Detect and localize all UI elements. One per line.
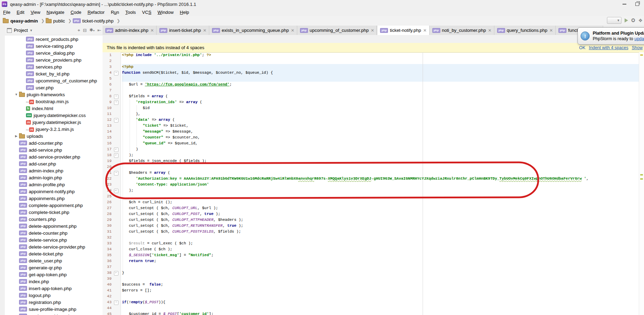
tree-item[interactable]: phpcomplete-appoinment.php (5, 202, 103, 209)
code-line[interactable]: curl_setopt ( $ch, CURLOPT_URL, $url ); (129, 205, 218, 211)
code-line[interactable]: $customer_id = $_POST['customer_id']; (129, 311, 213, 315)
menu-item-view[interactable]: View (27, 9, 43, 16)
collapse-all-icon[interactable]: ⊟ (83, 28, 87, 33)
line-number[interactable]: 41 (103, 288, 112, 294)
update-notification[interactable]: ! Platform and Plugin Upda PhpStorm is r… (577, 27, 644, 45)
code-line[interactable]: curl_setopt ( $ch, CURLOPT_POSTFIELDS, $… (129, 229, 241, 235)
menu-item-file[interactable]: File (0, 9, 14, 16)
editor-tab[interactable]: phpadmin-index.php✕ (103, 26, 157, 35)
tree-item[interactable]: cssjquery.datetimepicker.css (5, 112, 103, 119)
code-line[interactable]: ); (129, 152, 133, 158)
tree-item[interactable]: phpdelete-counter.php (5, 230, 103, 236)
tree-item[interactable]: phpservice-rating.php (5, 43, 103, 50)
close-tab-icon[interactable]: ✕ (291, 28, 294, 33)
menu-item-vcs[interactable]: VCS (139, 9, 155, 16)
settings-gear-icon[interactable]: ✱▾ (89, 28, 95, 33)
line-number[interactable]: 45 (103, 311, 112, 315)
line-number[interactable]: 38 (103, 270, 112, 276)
tree-item[interactable]: phpadmin-index.php (5, 167, 103, 174)
tree-item[interactable]: phpservice-providers.php (5, 313, 103, 315)
fold-end-icon[interactable]: ⌐ (114, 147, 118, 152)
code-line[interactable]: curl_setopt ( $ch, CURLOPT_POST, true ); (129, 211, 220, 217)
line-number[interactable]: 16 (103, 141, 112, 146)
tree-item[interactable]: phpservice_providers.php (5, 56, 103, 63)
menu-item-edit[interactable]: Edit (14, 9, 27, 16)
line-number[interactable]: 30 (103, 223, 112, 229)
line-number[interactable]: 11 (103, 111, 112, 117)
tree-item[interactable]: phpadd-service-provider.php (5, 153, 103, 160)
run-icon[interactable] (625, 18, 628, 22)
line-number[interactable]: 17 (103, 146, 112, 152)
fold-end-icon[interactable]: ⌐ (114, 153, 118, 158)
tree-item[interactable]: phpdelete-appoinment.php (5, 223, 103, 230)
line-number[interactable]: 7 (103, 88, 112, 93)
tree-item[interactable]: hindex.html (5, 105, 103, 112)
chevron-collapsed-icon[interactable]: ▶ (15, 134, 18, 138)
editor-tab[interactable]: phpquery_functions.php✕ (494, 26, 556, 35)
line-number[interactable]: 8 (103, 93, 112, 99)
menu-item-window[interactable]: Window (155, 9, 177, 16)
tree-item[interactable]: phpdelete-service-provider.php (5, 243, 103, 250)
menu-item-navigate[interactable]: Navigate (43, 9, 67, 16)
line-number[interactable]: 13 (103, 123, 112, 129)
hide-panel-icon[interactable]: ⇤ (97, 28, 101, 33)
code-line[interactable]: $url = 'https://fcm.googleapis.com/fcm/s… (129, 82, 232, 88)
menu-item-tools[interactable]: Tools (122, 9, 139, 16)
tree-item[interactable]: 010JSbootstrap.min.js (5, 98, 103, 105)
code-line[interactable]: $fields = array ( (129, 93, 168, 99)
banner-action[interactable]: Indent with 4 spaces (589, 45, 628, 50)
fold-start-icon[interactable]: − (114, 71, 118, 75)
menu-item-help[interactable]: Help (177, 9, 192, 16)
chevron-expanded-icon[interactable]: ▼ (15, 93, 18, 96)
line-number[interactable]: 2 (103, 58, 112, 64)
fold-start-icon[interactable]: − (114, 300, 118, 305)
line-number[interactable]: 44 (103, 305, 112, 311)
tree-item[interactable]: phpinsert-app-token.php (5, 285, 103, 292)
menu-item-refactor[interactable]: Refactor (85, 9, 108, 16)
fold-start-icon[interactable]: − (114, 100, 118, 105)
banner-action[interactable]: Show (632, 45, 643, 50)
minimize-button[interactable] (623, 4, 626, 4)
tree-item[interactable]: ▶uploads (5, 133, 103, 140)
breadcrumb-item[interactable]: qeasy-admin (3, 18, 38, 24)
line-number[interactable]: 32 (103, 235, 112, 241)
banner-action[interactable]: OK (579, 45, 585, 50)
line-number[interactable]: 29 (103, 217, 112, 223)
tree-item[interactable]: phpcounters.php (5, 216, 103, 223)
code-line[interactable]: 'registration_ids' => array ( (136, 99, 202, 105)
line-number[interactable]: 10 (103, 105, 112, 111)
line-number[interactable]: 33 (103, 241, 112, 246)
code-line[interactable]: if(!empty($_POST)){ (122, 299, 165, 305)
tree-item[interactable]: phpservices.php (5, 63, 103, 70)
tree-item[interactable]: phpadmin-login.php (5, 174, 103, 181)
tree-item[interactable]: phpdelete-service.php (5, 236, 103, 243)
scroll-from-source-icon[interactable]: ⌖ (78, 28, 80, 33)
code-line[interactable]: 'data' => array ( (136, 117, 175, 123)
code-line[interactable]: $id (143, 105, 150, 111)
editor-tab[interactable]: phpnoti_by_customer.php✕ (430, 26, 494, 35)
tree-item[interactable]: phpupcomming_of_customer.php (5, 77, 103, 84)
line-number[interactable]: 14 (103, 129, 112, 135)
fold-start-icon[interactable]: − (114, 118, 118, 123)
tree-item[interactable]: phpappoinments.php (5, 195, 103, 202)
close-tab-icon[interactable]: ✕ (549, 28, 553, 33)
line-number[interactable]: 1 (103, 52, 112, 58)
line-number[interactable]: 9 (103, 99, 112, 105)
code-line[interactable]: $errors = []; (122, 288, 152, 294)
code-line[interactable]: curl_setopt ( $ch, CURLOPT_RETURNTRANSFE… (129, 223, 243, 229)
close-tab-icon[interactable]: ✕ (488, 28, 492, 33)
editor[interactable]: This file is indented with tabs instead … (103, 35, 644, 315)
tree-item[interactable]: phpadd-counter.php (5, 140, 103, 146)
line-number[interactable]: 43 (103, 299, 112, 305)
tree-item[interactable]: JSjquery.datetimepicker.js (5, 119, 103, 126)
line-number[interactable]: 28 (103, 211, 112, 217)
coverage-icon[interactable]: ❖ (638, 18, 643, 23)
code-line[interactable]: <?php include '../private/init.php'; ?> (122, 52, 211, 58)
tree-item[interactable]: phpuser.php (5, 84, 103, 91)
line-number[interactable]: 4 (103, 70, 112, 76)
code-line[interactable]: function sendGCM($ticket, $id, $message,… (122, 70, 273, 76)
editor-tab[interactable]: phpinsert-ticket.php✕ (157, 26, 209, 35)
line-number[interactable]: 19 (103, 158, 112, 164)
tree-item[interactable]: phpadd-user.php (5, 160, 103, 167)
line-number[interactable]: 3 (103, 64, 112, 70)
